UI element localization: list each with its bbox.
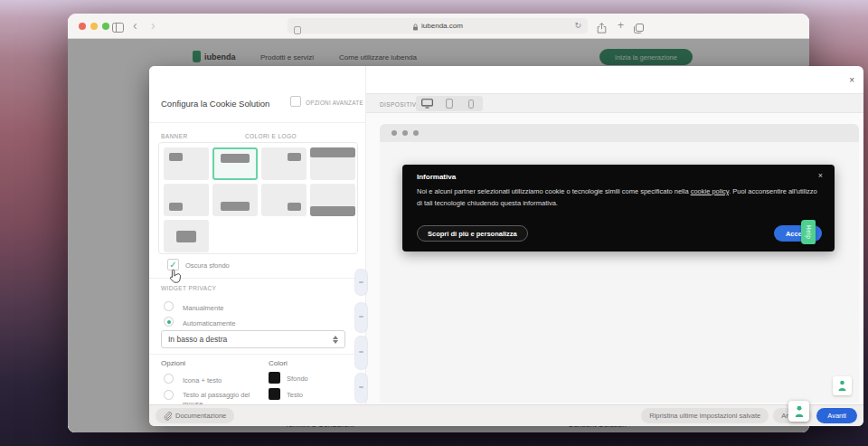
- tab-colori-e-logo[interactable]: COLORI E LOGO: [245, 133, 297, 139]
- helper-pill[interactable]: [355, 270, 367, 295]
- layout-block: [288, 153, 301, 161]
- page-settings-icon[interactable]: [294, 22, 301, 38]
- cookie-policy-link[interactable]: cookie policy: [691, 187, 729, 195]
- radio-manualmente[interactable]: [164, 301, 174, 311]
- testo-swatch-label: Testo: [287, 391, 303, 399]
- layout-block: [221, 202, 250, 211]
- opzioni-heading: Opzioni: [161, 359, 185, 367]
- banner-layout-bottom-right[interactable]: [261, 184, 307, 216]
- body-text: Noi e alcuni partner selezionati utilizz…: [417, 187, 691, 195]
- device-tablet-icon[interactable]: [439, 96, 461, 111]
- widget-privacy-heading: WIDGET PRIVACY: [161, 285, 216, 291]
- ripristina-button[interactable]: Ripristina ultime impostazioni salvate: [641, 408, 769, 423]
- documentazione-button[interactable]: Documentazione: [156, 408, 234, 423]
- iubenda-badge[interactable]: [788, 401, 809, 422]
- radio-icona-testo[interactable]: [164, 374, 174, 384]
- position-select-value: In basso a destra: [168, 335, 227, 344]
- divider: [149, 354, 366, 355]
- mock-browser-bar: [380, 124, 859, 142]
- help-tab-label: Help: [806, 225, 812, 239]
- hand-cursor-icon: [169, 269, 182, 286]
- radio-automaticamente-label: Automaticamente: [183, 319, 235, 327]
- divider: [149, 278, 366, 279]
- privacy-widget-preview[interactable]: [833, 376, 852, 395]
- sfondo-swatch-label: Sfondo: [287, 375, 308, 383]
- layout-block: [176, 231, 196, 242]
- radio-automaticamente[interactable]: [164, 317, 174, 327]
- layout-block: [169, 203, 183, 211]
- url-text: iubenda.com: [421, 22, 463, 30]
- forward-button[interactable]: ›: [151, 17, 156, 33]
- help-tab[interactable]: Help: [801, 220, 816, 244]
- helper-pill[interactable]: [355, 303, 367, 332]
- colori-heading: Colori: [269, 359, 288, 367]
- back-button[interactable]: ‹: [133, 17, 137, 33]
- address-bar[interactable]: iubenda.com ↻: [288, 18, 588, 33]
- iubenda-glyph-icon: [837, 380, 847, 392]
- iubenda-glyph-icon: [794, 405, 805, 418]
- avanti-button[interactable]: Avanti: [816, 408, 857, 423]
- helper-pill[interactable]: [355, 337, 367, 369]
- banner-layout-top-bar[interactable]: [310, 147, 355, 180]
- preview-area: Informativa × Noi e alcuni partner selez…: [366, 113, 863, 404]
- tab-banner[interactable]: BANNER: [161, 133, 188, 139]
- testo-color-swatch[interactable]: [269, 388, 280, 400]
- modal-title: Configura la Cookie Solution: [161, 99, 269, 109]
- zoom-window-button[interactable]: [102, 23, 109, 30]
- mock-window-dot: [392, 130, 397, 136]
- banner-layout-bottom-bar[interactable]: [310, 184, 355, 216]
- divider: [149, 122, 366, 123]
- mock-window-dot: [402, 130, 408, 136]
- banner-layout-bottom-center[interactable]: [212, 184, 258, 216]
- documentazione-label: Documentazione: [175, 412, 226, 420]
- opzioni-avanzate-label: OPZIONI AVANZATE: [306, 100, 363, 106]
- lock-icon: [412, 18, 419, 34]
- browser-chrome: ‹ › iubenda.com ↻ +: [68, 14, 809, 39]
- layout-block: [288, 203, 301, 211]
- sfondo-color-swatch[interactable]: [269, 372, 280, 384]
- layout-block: [310, 147, 355, 157]
- banner-layout-top-right[interactable]: [261, 147, 307, 180]
- modal-close-button[interactable]: ×: [849, 75, 854, 85]
- share-icon[interactable]: [597, 21, 607, 37]
- opzioni-avanzate-checkbox[interactable]: [290, 96, 301, 107]
- device-phone-icon[interactable]: [460, 96, 483, 111]
- banner-layout-grid: [164, 147, 355, 252]
- paperclip-icon: [164, 412, 172, 421]
- helper-pill[interactable]: [355, 374, 367, 403]
- sidebar-toggle-icon[interactable]: [112, 20, 124, 36]
- refresh-icon[interactable]: ↻: [574, 21, 581, 30]
- radio-testo-hover-label: Testo al passaggio del mouse: [183, 391, 257, 404]
- minimize-window-button[interactable]: [90, 23, 98, 30]
- device-desktop-icon[interactable]: [416, 96, 439, 111]
- layout-block: [169, 153, 183, 161]
- layout-block: [221, 154, 250, 163]
- radio-testo-hover[interactable]: [164, 390, 174, 400]
- banner-layout-top-left[interactable]: [164, 147, 209, 180]
- desktop: ‹ › iubenda.com ↻ + iuben: [0, 0, 868, 446]
- tab-overview-icon[interactable]: [634, 21, 644, 37]
- radio-icona-testo-label: Icona + testo: [183, 376, 222, 384]
- banner-layout-panel: [158, 142, 358, 254]
- cookie-banner-close-icon[interactable]: ×: [818, 171, 823, 180]
- select-stepper-icon: [333, 336, 338, 344]
- banner-layout-top-center[interactable]: [212, 147, 258, 180]
- layout-block: [310, 206, 355, 216]
- new-tab-icon[interactable]: +: [618, 19, 624, 32]
- config-sidebar: Configura la Cookie Solution OPZIONI AVA…: [149, 66, 366, 404]
- radio-manualmente-label: Manualmente: [183, 304, 223, 312]
- browser-window: ‹ › iubenda.com ↻ + iuben: [68, 14, 809, 432]
- banner-layout-center[interactable]: [164, 220, 209, 252]
- cookie-banner-title: Informativa: [417, 173, 456, 181]
- mock-window-dot: [413, 130, 419, 136]
- close-window-button[interactable]: [79, 23, 86, 30]
- position-select[interactable]: In basso a destra: [161, 330, 345, 348]
- banner-layout-bottom-left[interactable]: [164, 184, 209, 216]
- cookie-banner-body: Noi e alcuni partner selezionati utilizz…: [417, 186, 822, 209]
- cookie-banner-preview: Informativa × Noi e alcuni partner selez…: [402, 165, 835, 251]
- cookie-solution-modal: × Configura la Cookie Solution OPZIONI A…: [149, 66, 863, 426]
- scopri-di-piu-button[interactable]: Scopri di più e personalizza: [417, 225, 528, 242]
- device-bar: DISPOSITIVO: [366, 93, 863, 113]
- oscura-sfondo-label: Oscura sfondo: [185, 261, 230, 270]
- device-segmented-control: [416, 96, 483, 111]
